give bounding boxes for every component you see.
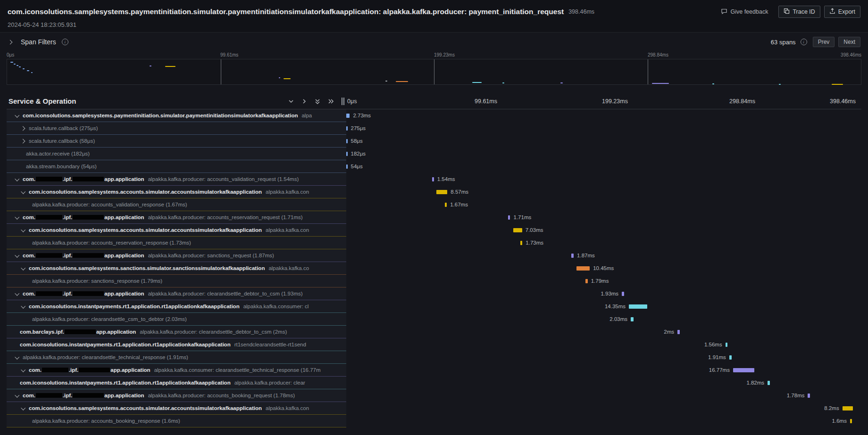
span-row[interactable]: scala.future.callback (58μs)58μs	[7, 135, 861, 148]
span-row[interactable]: com..ipf.app.applicationalpakka.kafka.pr…	[7, 249, 861, 262]
trace-minimap[interactable]	[7, 59, 861, 85]
expander-icon[interactable]	[15, 113, 19, 117]
give-feedback-button[interactable]: Give feedback	[721, 8, 768, 16]
span-name-cell[interactable]: com..ipf.app.applicationalpakka.kafka.pr…	[7, 173, 346, 186]
span-row[interactable]: com.iconsolutions.instantpayments.rt1.ap…	[7, 377, 861, 389]
span-row[interactable]: alpakka.kafka.producer: accounts_reserva…	[7, 237, 861, 249]
span-row[interactable]: alpakka.kafka.producer: clearandsettle_t…	[7, 351, 861, 364]
span-bar[interactable]	[436, 190, 447, 194]
export-button[interactable]: Export	[824, 6, 860, 18]
span-name-cell[interactable]: akka.actor.receive (182μs)	[7, 148, 346, 160]
span-row[interactable]: com..ipf.app.applicationalpakka.kafka.pr…	[7, 389, 861, 402]
span-name-cell[interactable]: alpakka.kafka.producer: accounts_validat…	[7, 198, 346, 211]
span-row[interactable]: akka.stream.boundary (54μs)54μs	[7, 160, 861, 173]
span-row[interactable]: com.iconsolutions.samplesystems.accounts…	[7, 402, 861, 415]
span-name-cell[interactable]: alpakka.kafka.producer: clearandsettle_c…	[7, 313, 346, 326]
collapse-all-icon[interactable]	[314, 98, 321, 105]
expander-icon[interactable]	[21, 304, 25, 308]
span-bar[interactable]	[726, 343, 727, 347]
span-bar[interactable]	[346, 114, 350, 118]
span-name-cell[interactable]: com.iconsolutions.samplesystems.accounts…	[7, 224, 346, 237]
trace-id-button[interactable]: Trace ID	[778, 6, 820, 18]
span-name-cell[interactable]: com..ipf.app.applicationalpakka.kafka.pr…	[7, 249, 346, 262]
expander-icon[interactable]	[21, 265, 25, 270]
span-name-cell[interactable]: alpakka.kafka.producer: sanctions_respon…	[7, 275, 346, 287]
span-bar[interactable]	[346, 126, 348, 131]
span-row[interactable]: com..ipf.app.applicationalpakka.kafka.co…	[7, 364, 861, 377]
span-row[interactable]: com..ipf.app.applicationalpakka.kafka.pr…	[7, 287, 861, 300]
span-row[interactable]: com..ipf.app.applicationalpakka.kafka.pr…	[7, 173, 861, 186]
span-row[interactable]: com.iconsolutions.samplesystems.sanction…	[7, 262, 861, 275]
span-name-cell[interactable]: com..ipf.app.applicationalpakka.kafka.pr…	[7, 211, 346, 224]
span-bar[interactable]	[843, 406, 853, 410]
next-span-button[interactable]: Next	[838, 37, 860, 47]
span-bar[interactable]	[346, 164, 348, 169]
span-name-cell[interactable]: com.iconsolutions.samplesystems.accounts…	[7, 402, 346, 415]
span-bar[interactable]	[677, 330, 680, 334]
span-bar[interactable]	[585, 279, 588, 283]
span-name-cell[interactable]: com.iconsolutions.instantpayments.rt1.ap…	[7, 338, 346, 351]
expander-icon[interactable]	[21, 405, 25, 410]
span-name-cell[interactable]: com.iconsolutions.instantpayments.rt1.ap…	[7, 300, 346, 313]
expander-icon[interactable]	[15, 291, 19, 295]
span-row[interactable]: com.iconsolutions.samplesystems.accounts…	[7, 224, 861, 237]
span-name-cell[interactable]: com.iconsolutions.instantpayments.rt1.ap…	[7, 377, 346, 389]
span-bar[interactable]	[508, 215, 510, 220]
span-name-cell[interactable]: com..ipf.app.applicationalpakka.kafka.pr…	[7, 389, 346, 402]
span-row[interactable]: alpakka.kafka.producer: accounts_validat…	[7, 198, 861, 211]
span-row[interactable]: com.iconsolutions.samplesystems.accounts…	[7, 186, 861, 198]
expander-icon[interactable]	[15, 176, 19, 181]
span-row[interactable]: com.iconsolutions.instantpayments.rt1.ap…	[7, 338, 861, 351]
span-name-cell[interactable]: alpakka.kafka.producer: clearandsettle_t…	[7, 351, 346, 364]
span-bar[interactable]	[808, 394, 810, 398]
span-name-cell[interactable]: scala.future.callback (58μs)	[7, 135, 346, 148]
prev-span-button[interactable]: Prev	[813, 37, 835, 47]
span-name-cell[interactable]: alpakka.kafka.producer: accounts_reserva…	[7, 237, 346, 249]
chevron-right-icon[interactable]	[301, 98, 308, 105]
span-row[interactable]: alpakka.kafka.producer: sanctions_respon…	[7, 275, 861, 287]
expander-icon[interactable]	[21, 227, 25, 232]
span-name-cell[interactable]: com..ipf.app.applicationalpakka.kafka.pr…	[7, 287, 346, 300]
span-bar[interactable]	[631, 317, 634, 321]
expander-icon[interactable]	[21, 126, 25, 131]
span-name-cell[interactable]: akka.stream.boundary (54μs)	[7, 160, 346, 173]
info-icon[interactable]: i	[62, 39, 68, 45]
expander-icon[interactable]	[15, 393, 19, 397]
span-bar[interactable]	[520, 241, 523, 245]
span-row[interactable]: com.iconsolutions.instantpayments.rt1.ap…	[7, 300, 861, 313]
expand-all-icon[interactable]	[327, 98, 334, 105]
span-row[interactable]: com.iconsolutions.samplesystems.paymenti…	[7, 109, 861, 122]
span-filters-expander-icon[interactable]	[8, 40, 13, 44]
span-bar[interactable]	[445, 203, 447, 207]
span-bar[interactable]	[768, 381, 770, 385]
span-name-cell[interactable]: scala.future.callback (275μs)	[7, 122, 346, 135]
chevron-down-icon[interactable]	[288, 98, 294, 105]
column-resizer[interactable]	[342, 98, 344, 105]
expander-icon[interactable]	[21, 367, 25, 372]
span-bar[interactable]	[576, 266, 590, 271]
span-row[interactable]: com.barclays.ipf.app.applicationalpakka.…	[7, 326, 861, 338]
span-name-cell[interactable]: com.iconsolutions.samplesystems.sanction…	[7, 262, 346, 275]
span-name-cell[interactable]: com.iconsolutions.samplesystems.accounts…	[7, 186, 346, 198]
span-row[interactable]: alpakka.kafka.producer: accounts_booking…	[7, 415, 861, 427]
span-bar[interactable]	[513, 228, 522, 232]
span-name-cell[interactable]: com..ipf.app.applicationalpakka.kafka.co…	[7, 364, 346, 377]
span-name-cell[interactable]: com.iconsolutions.samplesystems.paymenti…	[7, 109, 346, 122]
span-row[interactable]: scala.future.callback (275μs)275μs	[7, 122, 861, 135]
span-row[interactable]: alpakka.kafka.producer: clearandsettle_c…	[7, 313, 861, 326]
span-bar[interactable]	[729, 355, 732, 360]
span-name-cell[interactable]: alpakka.kafka.producer: accounts_booking…	[7, 415, 346, 427]
span-bar[interactable]	[629, 304, 647, 309]
span-bar[interactable]	[622, 292, 624, 296]
span-bar[interactable]	[432, 177, 434, 181]
expander-icon[interactable]	[15, 253, 19, 257]
expander-icon[interactable]	[21, 139, 25, 143]
expander-icon[interactable]	[15, 214, 19, 219]
span-name-cell[interactable]: com.barclays.ipf.app.applicationalpakka.…	[7, 326, 346, 338]
span-bar[interactable]	[571, 254, 574, 258]
expander-icon[interactable]	[15, 354, 19, 359]
info-icon[interactable]: i	[801, 39, 807, 45]
span-bar[interactable]	[346, 152, 348, 156]
span-bar[interactable]	[346, 139, 348, 143]
span-row[interactable]: com..ipf.app.applicationalpakka.kafka.pr…	[7, 211, 861, 224]
